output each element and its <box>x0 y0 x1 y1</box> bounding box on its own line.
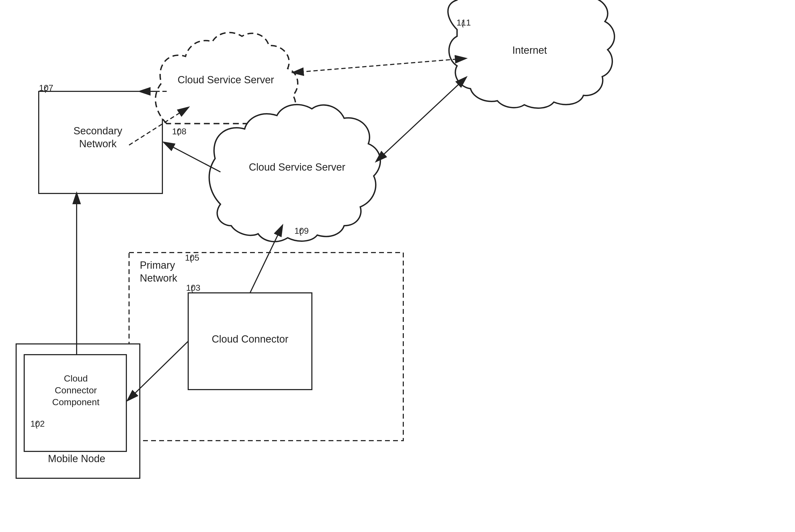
ref-103: 103 <box>186 283 200 292</box>
diagram-svg: Secondary Network 107 Cloud Service Serv… <box>0 0 795 532</box>
ref-109: 109 <box>294 226 309 236</box>
cloud-service-solid-label: Cloud Service Server <box>249 162 345 173</box>
cloud-connector-label: Cloud Connector <box>211 334 289 345</box>
arrow-internet-to-cloud-dashed <box>293 59 457 73</box>
mobile-node-label: Mobile Node <box>48 453 105 464</box>
internet-label: Internet <box>513 44 547 56</box>
cloud-connector-component-label: Cloud <box>64 373 88 383</box>
primary-network-label: Primary <box>140 260 175 271</box>
ref-108: 108 <box>172 127 186 136</box>
secondary-network-label2: Network <box>79 138 117 149</box>
ref-111: 111 <box>457 18 471 27</box>
ref-107: 107 <box>39 83 53 93</box>
arrow-cloud-to-secondary <box>164 142 220 172</box>
ref-102: 102 <box>30 419 44 429</box>
primary-network-label2: Network <box>140 272 178 284</box>
secondary-network-label: Secondary <box>73 125 122 136</box>
ref-105: 105 <box>185 253 199 263</box>
cloud-service-solid <box>209 104 380 242</box>
cloud-connector-component-label2: Connector <box>55 385 97 395</box>
cloud-connector-component-label3: Component <box>52 397 99 407</box>
arrow-internet-to-cloud-solid <box>376 83 460 161</box>
cloud-service-dashed-label: Cloud Service Server <box>178 74 274 86</box>
